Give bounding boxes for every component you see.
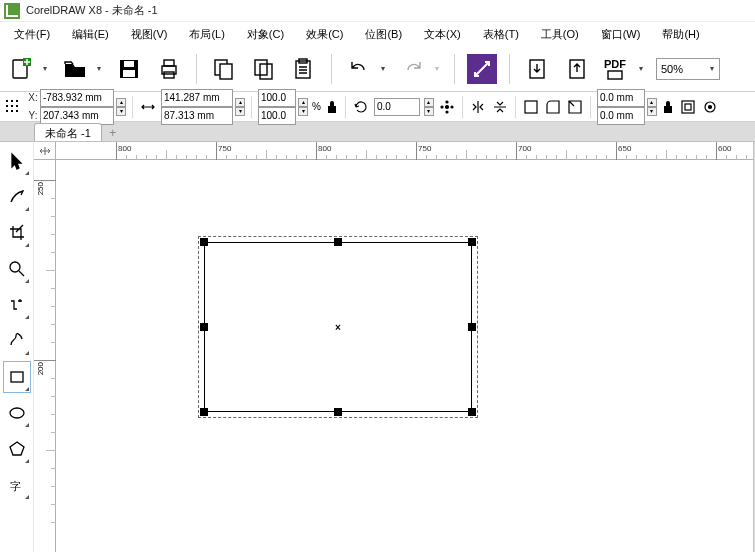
outline-lock-icon[interactable] xyxy=(661,98,675,116)
corner-3-icon[interactable] xyxy=(566,98,584,116)
outline-1-input[interactable] xyxy=(597,89,645,107)
width-input[interactable] xyxy=(161,89,233,107)
canvas[interactable]: × xyxy=(56,160,755,552)
svg-rect-25 xyxy=(664,106,672,113)
angle-input[interactable] xyxy=(374,98,420,116)
spin-down[interactable]: ▾ xyxy=(298,107,308,116)
new-dropdown[interactable]: ▾ xyxy=(40,54,50,84)
mirror-v-icon[interactable] xyxy=(491,98,509,116)
copy-button[interactable] xyxy=(249,54,279,84)
ruler-origin[interactable] xyxy=(34,142,56,160)
x-label: X: xyxy=(26,92,40,103)
pos-x-input[interactable] xyxy=(40,89,114,107)
open-dropdown[interactable]: ▾ xyxy=(94,54,104,84)
save-button[interactable] xyxy=(114,54,144,84)
spin-down[interactable]: ▾ xyxy=(116,107,126,116)
redo-dropdown[interactable]: ▾ xyxy=(432,54,442,84)
mirror-h-icon[interactable] xyxy=(469,98,487,116)
menu-layout[interactable]: 布局(L) xyxy=(179,24,234,45)
separator xyxy=(196,54,197,84)
scale-x-input[interactable] xyxy=(258,89,296,107)
menu-window[interactable]: 窗口(W) xyxy=(591,24,651,45)
corner-2-icon[interactable] xyxy=(544,98,562,116)
zoom-caret-icon[interactable]: ▾ xyxy=(705,64,719,73)
toolbox: 字 xyxy=(0,142,34,552)
menubar: 文件(F) 编辑(E) 视图(V) 布局(L) 对象(C) 效果(C) 位图(B… xyxy=(0,22,755,46)
undo-button[interactable] xyxy=(344,54,374,84)
pdf-button[interactable]: PDF xyxy=(602,54,632,84)
pick-tool[interactable] xyxy=(4,146,30,176)
menu-effects[interactable]: 效果(C) xyxy=(296,24,353,45)
ruler-vertical[interactable]: 250200 xyxy=(34,160,56,552)
height-input[interactable] xyxy=(161,107,233,125)
ruler-horizontal[interactable]: 800750800750700650600 xyxy=(56,142,755,160)
menu-edit[interactable]: 编辑(E) xyxy=(62,24,119,45)
options-icon[interactable] xyxy=(701,98,719,116)
undo-dropdown[interactable]: ▾ xyxy=(378,54,388,84)
zoom-input[interactable] xyxy=(657,59,705,79)
spin-up[interactable]: ▴ xyxy=(424,98,434,107)
resize-handle[interactable] xyxy=(334,238,342,246)
spin-down[interactable]: ▾ xyxy=(424,107,434,116)
spin-down[interactable]: ▾ xyxy=(647,107,657,116)
paste-button[interactable] xyxy=(289,54,319,84)
resize-handle[interactable] xyxy=(468,238,476,246)
resize-handle[interactable] xyxy=(334,408,342,416)
open-button[interactable] xyxy=(60,54,90,84)
outline-2-input[interactable] xyxy=(597,107,645,125)
wrap-icon[interactable] xyxy=(679,98,697,116)
resize-handle[interactable] xyxy=(468,408,476,416)
pos-y-input[interactable] xyxy=(40,107,114,125)
menu-bitmap[interactable]: 位图(B) xyxy=(355,24,412,45)
app-icon xyxy=(4,3,20,19)
new-button[interactable] xyxy=(6,54,36,84)
rectangle-tool[interactable] xyxy=(4,362,30,392)
curve-tool[interactable] xyxy=(4,326,30,356)
freehand-tool[interactable] xyxy=(4,290,30,320)
pdf-dropdown[interactable]: ▾ xyxy=(636,54,646,84)
menu-table[interactable]: 表格(T) xyxy=(473,24,529,45)
svg-point-30 xyxy=(10,262,20,272)
crop-tool[interactable] xyxy=(4,218,30,248)
menu-object[interactable]: 对象(C) xyxy=(237,24,294,45)
publish-button[interactable] xyxy=(562,54,592,84)
origin-icon[interactable] xyxy=(4,98,22,116)
menu-tools[interactable]: 工具(O) xyxy=(531,24,589,45)
scale-y-input[interactable] xyxy=(258,107,296,125)
export-button[interactable] xyxy=(522,54,552,84)
menu-text[interactable]: 文本(X) xyxy=(414,24,471,45)
print-button[interactable] xyxy=(154,54,184,84)
zoom-tool[interactable] xyxy=(4,254,30,284)
import-button[interactable] xyxy=(467,54,497,84)
ellipse-tool[interactable] xyxy=(4,398,30,428)
polygon-tool[interactable] xyxy=(4,434,30,464)
menu-help[interactable]: 帮助(H) xyxy=(652,24,709,45)
spin-down[interactable]: ▾ xyxy=(235,107,245,116)
resize-handle[interactable] xyxy=(200,238,208,246)
svg-rect-6 xyxy=(164,60,174,66)
spin-up[interactable]: ▴ xyxy=(235,98,245,107)
spin-up[interactable]: ▴ xyxy=(116,98,126,107)
rotate-opts-icon[interactable] xyxy=(438,98,456,116)
add-tab-button[interactable]: + xyxy=(104,125,122,141)
text-tool[interactable]: 字 xyxy=(4,470,30,500)
rotate-icon xyxy=(352,98,370,116)
spin-up[interactable]: ▴ xyxy=(647,98,657,107)
spin-up[interactable]: ▴ xyxy=(298,98,308,107)
svg-rect-11 xyxy=(260,64,272,79)
lock-ratio-icon[interactable] xyxy=(325,98,339,116)
shape-tool[interactable] xyxy=(4,182,30,212)
doc-tab[interactable]: 未命名 -1 xyxy=(34,123,102,141)
resize-handle[interactable] xyxy=(200,408,208,416)
menu-view[interactable]: 视图(V) xyxy=(121,24,178,45)
redo-button[interactable] xyxy=(398,54,428,84)
resize-handle[interactable] xyxy=(468,323,476,331)
corner-1-icon[interactable] xyxy=(522,98,540,116)
zoom-combo[interactable]: ▾ xyxy=(656,58,720,80)
svg-point-23 xyxy=(446,111,448,113)
resize-handle[interactable] xyxy=(200,323,208,331)
menu-file[interactable]: 文件(F) xyxy=(4,24,60,45)
svg-point-20 xyxy=(441,106,443,108)
cut-button[interactable] xyxy=(209,54,239,84)
outline-group: ▴▾ xyxy=(597,89,657,125)
